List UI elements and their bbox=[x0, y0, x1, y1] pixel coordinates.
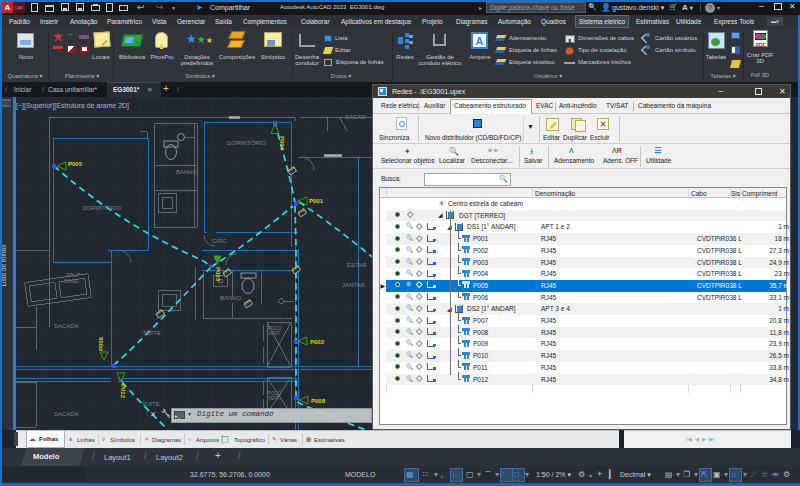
svg-text:BANHO: BANHO bbox=[176, 169, 198, 175]
svg-text:SUITE: SUITE bbox=[143, 330, 161, 336]
svg-text:COND.: COND. bbox=[64, 278, 80, 284]
svg-text:P008: P008 bbox=[311, 398, 326, 404]
svg-text:VENT: VENT bbox=[268, 396, 280, 401]
svg-text:P012: P012 bbox=[120, 384, 126, 399]
svg-text:[−][Superior][Estrutura de ara: [−][Superior][Estrutura de arame 2D] bbox=[16, 102, 129, 110]
svg-text:P005: P005 bbox=[68, 161, 83, 167]
svg-text:P003: P003 bbox=[215, 267, 221, 282]
svg-text:P004: P004 bbox=[279, 136, 285, 151]
svg-text:VENT: VENT bbox=[268, 331, 280, 336]
svg-text:ESTAR: ESTAR bbox=[347, 262, 367, 268]
svg-text:BANHO: BANHO bbox=[220, 295, 242, 301]
svg-text:DORMITÓRIO: DORMITÓRIO bbox=[227, 140, 266, 146]
svg-text:CIRC: CIRC bbox=[212, 238, 227, 244]
svg-text:DORMITÓRIO: DORMITÓRIO bbox=[82, 205, 121, 211]
svg-text:P001: P001 bbox=[309, 198, 324, 204]
svg-text:SACADA: SACADA bbox=[54, 323, 79, 329]
svg-text:SACADA: SACADA bbox=[54, 411, 79, 417]
svg-text:JANTAR: JANTAR bbox=[342, 282, 366, 288]
svg-text:P002: P002 bbox=[310, 339, 325, 345]
svg-text:SACAD: SACAD bbox=[345, 114, 366, 120]
svg-text:SUITE: SUITE bbox=[142, 401, 160, 407]
svg-text:P006: P006 bbox=[98, 336, 104, 351]
